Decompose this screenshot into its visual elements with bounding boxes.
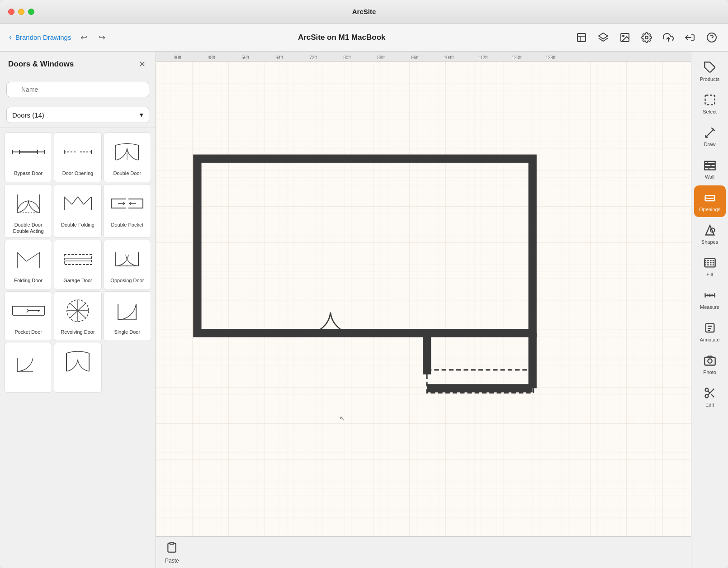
list-item[interactable]: Opposing Door — [104, 240, 151, 289]
minimize-button[interactable] — [18, 9, 24, 15]
canvas-area[interactable]: 40ft 48ft 56ft 64ft 72ft 80ft 88ft 96ft … — [156, 52, 691, 568]
select-label: Select — [703, 109, 717, 114]
annotate-label: Annotate — [700, 337, 719, 342]
paste-button[interactable]: Paste — [165, 541, 179, 564]
svg-rect-45 — [64, 255, 91, 265]
list-item[interactable]: Double Pocket — [104, 184, 151, 238]
main-toolbar: ‹ Brandon Drawings ↩ ↪ ArcSite on M1 Mac… — [0, 24, 728, 52]
svg-rect-0 — [577, 33, 586, 42]
redo-button[interactable]: ↪ — [95, 30, 109, 45]
sidebar-item-openings[interactable]: Openings — [694, 185, 726, 217]
single-door-icon — [107, 295, 147, 326]
svg-line-30 — [72, 197, 78, 204]
undo-redo-group: ↩ ↪ — [76, 30, 109, 45]
double-door-double-acting-icon — [8, 188, 49, 219]
shapes-label: Shapes — [701, 239, 718, 245]
undo-button[interactable]: ↩ — [76, 30, 91, 45]
draw-label: Draw — [704, 142, 716, 147]
list-item[interactable]: Double Folding — [54, 184, 101, 238]
photo-icon — [703, 353, 717, 368]
back-label: Brandon Drawings — [15, 33, 71, 41]
ruler-mark: 72ft — [296, 55, 330, 60]
doors-windows-panel: Doors & Windows ✕ 🔍 Doors (14) ▾ — [0, 52, 156, 568]
ruler-mark: 112ft — [466, 55, 500, 60]
sidebar-item-photo[interactable]: Photo — [694, 348, 726, 380]
svg-point-6 — [645, 36, 648, 39]
list-item[interactable]: Single Door — [104, 291, 151, 341]
category-dropdown: Doors (14) ▾ — [0, 102, 156, 128]
list-item[interactable]: Folding Door — [5, 240, 52, 289]
sidebar-item-fill[interactable]: Fill — [694, 251, 726, 282]
maximize-button[interactable] — [28, 9, 34, 15]
close-button[interactable] — [8, 9, 14, 15]
image-icon[interactable] — [618, 30, 632, 45]
list-item[interactable]: Bypass Door — [5, 133, 52, 182]
toolbar-center: ArcSite on M1 MacBook — [114, 33, 569, 42]
ruler-mark: 128ft — [534, 55, 567, 60]
chevron-down-icon: ▾ — [140, 111, 143, 119]
sidebar-item-annotate[interactable]: Annotate — [694, 316, 726, 347]
svg-line-31 — [78, 197, 84, 204]
back-button[interactable]: ‹ Brandon Drawings — [9, 33, 71, 42]
svg-line-115 — [708, 391, 710, 393]
category-dropdown-button[interactable]: Doors (14) ▾ — [6, 107, 149, 123]
titlebar: ArcSite — [0, 0, 728, 24]
panel-title: Doors & Windows — [8, 60, 74, 69]
list-item[interactable]: Double Door — [104, 133, 151, 182]
svg-rect-84 — [704, 161, 715, 164]
double-folding-label: Double Folding — [61, 222, 95, 228]
double-pocket-label: Double Pocket — [111, 222, 144, 228]
svg-line-114 — [711, 394, 714, 397]
partial-door1-icon — [8, 347, 49, 378]
sidebar-item-select[interactable]: Select — [694, 88, 726, 119]
cloud-icon[interactable] — [661, 30, 676, 45]
measure-icon — [703, 288, 717, 303]
drawing-title: ArcSite on M1 MacBook — [298, 33, 386, 42]
close-panel-button[interactable]: ✕ — [137, 59, 147, 70]
list-item[interactable]: Revolving Door — [54, 291, 101, 341]
layers-icon[interactable] — [596, 30, 610, 45]
ruler-mark: 40ft — [161, 55, 194, 60]
revolving-door-label: Revolving Door — [61, 329, 95, 335]
list-item[interactable]: Pocket Door — [5, 291, 52, 341]
wall-label: Wall — [705, 174, 714, 180]
photo-label: Photo — [703, 369, 716, 375]
category-label: Doors (14) — [12, 111, 44, 119]
svg-rect-80 — [170, 542, 174, 544]
ruler-mark: 120ft — [500, 55, 534, 60]
openings-label: Openings — [699, 207, 720, 212]
wall-icon — [703, 158, 717, 172]
sidebar-item-measure[interactable]: Measure — [694, 283, 726, 315]
double-folding-icon — [57, 188, 98, 219]
shapes-icon — [703, 223, 717, 237]
sidebar-item-wall[interactable]: Wall — [694, 153, 726, 185]
fill-icon — [703, 256, 717, 270]
sidebar-item-draw[interactable]: Draw — [694, 120, 726, 152]
double-door-label: Double Door — [113, 170, 141, 176]
svg-rect-85 — [704, 165, 715, 167]
list-item[interactable]: Double Door Double Acting — [5, 184, 52, 238]
edit-icon[interactable] — [574, 30, 589, 45]
paste-bar: Paste — [156, 536, 691, 568]
share-icon[interactable] — [683, 30, 697, 45]
drawing-canvas[interactable]: ↖ Paste — [156, 62, 691, 568]
list-item[interactable] — [54, 343, 101, 393]
partial-door2-icon — [57, 347, 98, 378]
ruler-mark: 104ft — [432, 55, 466, 60]
paste-label: Paste — [165, 558, 179, 564]
folding-door-icon — [8, 244, 49, 275]
double-pocket-icon — [107, 188, 147, 219]
sidebar-item-shapes[interactable]: Shapes — [694, 218, 726, 250]
sidebar-item-edit[interactable]: Edit — [694, 381, 726, 412]
list-item[interactable] — [5, 343, 52, 393]
garage-door-icon — [57, 244, 98, 275]
ruler-mark: 88ft — [364, 55, 398, 60]
settings-icon[interactable] — [639, 30, 654, 45]
help-icon[interactable] — [704, 30, 719, 45]
pocket-door-icon — [8, 295, 49, 326]
sidebar-item-products[interactable]: Products — [694, 55, 726, 87]
search-input[interactable] — [6, 82, 149, 97]
list-item[interactable]: Garage Door — [54, 240, 101, 289]
list-item[interactable]: Door Opening — [54, 133, 101, 182]
svg-rect-86 — [704, 168, 715, 170]
